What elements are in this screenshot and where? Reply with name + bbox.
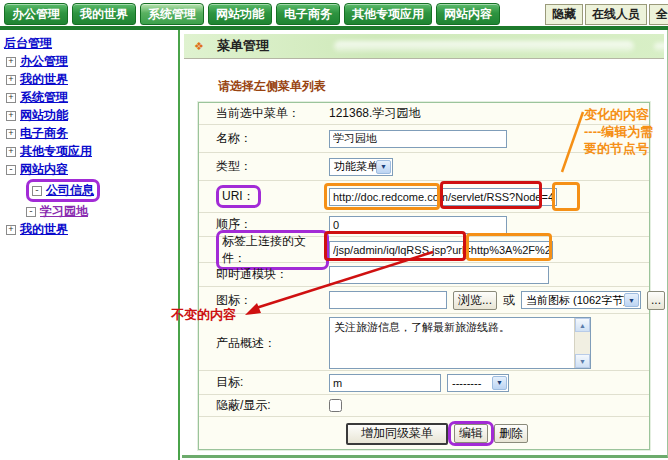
sidebar-root-label[interactable]: 后台管理	[4, 35, 52, 52]
online-users-button[interactable]: 在线人员	[585, 4, 647, 25]
chevron-down-icon[interactable]: ▼	[492, 376, 507, 390]
sidebar-item-site-content[interactable]: - 网站内容	[0, 161, 178, 178]
delete-button[interactable]: 删除	[494, 424, 528, 443]
target-input[interactable]	[329, 374, 441, 392]
more-button[interactable]: ...	[647, 291, 665, 310]
sidebar-item-label[interactable]: 电子商务	[20, 125, 68, 142]
edit-button[interactable]: 编辑	[454, 424, 488, 443]
chevron-down-icon[interactable]: ▼	[376, 160, 391, 174]
selected-menu-label: 当前选中菜单：	[199, 105, 329, 122]
sidebar-item-office[interactable]: + 办公管理	[0, 53, 178, 70]
name-input[interactable]	[329, 130, 507, 148]
target-select[interactable]: -------- ▼	[447, 374, 509, 392]
sidebar-item-my-world-2[interactable]: + 我的世界	[0, 221, 178, 238]
tab-site-content[interactable]: 网站内容	[436, 3, 500, 25]
page-header-bar: ❖ 菜单管理	[184, 34, 664, 59]
tab-office-management[interactable]: 办公管理	[4, 3, 68, 25]
sidebar-item-learning-garden[interactable]: - 学习园地	[0, 203, 178, 220]
row-im-module: 即时通模块：	[199, 263, 649, 287]
row-visibility: 隐蔽/显示:	[199, 395, 649, 417]
expand-plus-icon[interactable]: +	[6, 75, 16, 85]
row-icon: 图标： 浏览... 或 当前图标 (1062字节) ▼ ...	[199, 287, 649, 314]
header-decoration	[334, 41, 634, 52]
tab-my-world[interactable]: 我的世界	[72, 3, 136, 25]
purple-highlight: 标签上连接的文件：	[216, 230, 329, 270]
or-label: 或	[503, 292, 515, 309]
description-textarea[interactable]: 关注旅游信息，了解最新旅游线路。 ▲ ▼	[329, 317, 591, 369]
sidebar-item-site-functions[interactable]: + 网站功能	[0, 107, 178, 124]
collapse-minus-icon[interactable]: -	[26, 207, 36, 217]
expand-plus-icon[interactable]: +	[6, 225, 16, 235]
type-select[interactable]: 功能菜单 ▼	[329, 158, 393, 176]
purple-highlight: - 公司信息	[26, 179, 100, 202]
tag-file-label-cell: 标签上连接的文件：	[199, 230, 329, 270]
scroll-up-icon[interactable]: ▲	[575, 318, 590, 332]
sidebar-item-system[interactable]: + 系统管理	[0, 89, 178, 106]
order-input[interactable]	[329, 216, 507, 234]
scrollbar[interactable]: ▲ ▼	[574, 318, 590, 368]
add-sibling-menu-button[interactable]: 增加同级菜单	[346, 423, 448, 445]
chevron-down-icon[interactable]: ▼	[624, 293, 639, 307]
uri-label: URI：	[222, 188, 255, 205]
tab-ecommerce[interactable]: 电子商务	[276, 3, 340, 25]
sidebar-root[interactable]: 后台管理	[0, 35, 178, 52]
sidebar-item-label[interactable]: 我的世界	[20, 71, 68, 88]
row-tag-file: 标签上连接的文件：	[199, 237, 649, 263]
expand-plus-icon[interactable]: +	[6, 93, 16, 103]
browse-button[interactable]: 浏览...	[453, 291, 497, 310]
sidebar-item-label[interactable]: 我的世界	[20, 221, 68, 238]
annotation-unchanging-content: 不变的内容	[171, 306, 236, 324]
row-target: 目标: -------- ▼	[199, 371, 649, 395]
tag-file-input[interactable]	[329, 241, 553, 259]
expand-plus-icon[interactable]: +	[6, 129, 16, 139]
row-description: 产品概述： 关注旅游信息，了解最新旅游线路。 ▲ ▼	[199, 314, 649, 371]
im-module-input[interactable]	[329, 266, 549, 284]
tab-site-functions[interactable]: 网站功能	[208, 3, 272, 25]
top-right-actions: 隐藏 在线人员 全体人员	[545, 4, 668, 25]
diamond-icon: ❖	[194, 40, 204, 53]
visibility-checkbox[interactable]	[329, 399, 342, 412]
annotation-line: ----编辑为需	[584, 123, 653, 140]
sidebar-item-label[interactable]: 网站内容	[20, 161, 68, 178]
sidebar-item-company-info[interactable]: - 公司信息	[0, 179, 178, 202]
header-decoration	[654, 43, 664, 51]
sidebar-item-label[interactable]: 网站功能	[20, 107, 68, 124]
form-section-title: 请选择左侧菜单列表	[218, 78, 326, 95]
row-name: 名称：	[199, 125, 649, 153]
purple-highlight: URI：	[216, 185, 261, 208]
scroll-down-icon[interactable]: ▼	[575, 354, 590, 368]
sidebar-item-label[interactable]: 公司信息	[46, 182, 94, 199]
sidebar-item-my-world[interactable]: + 我的世界	[0, 71, 178, 88]
current-icon-value: 当前图标 (1062字节)	[522, 293, 624, 308]
all-users-button[interactable]: 全体人员	[649, 4, 668, 25]
expand-plus-icon[interactable]: +	[6, 111, 16, 121]
tab-system-management[interactable]: 系统管理	[140, 3, 204, 25]
sidebar-item-label[interactable]: 办公管理	[20, 53, 68, 70]
expand-plus-icon[interactable]: +	[6, 57, 16, 67]
target-select-value: --------	[448, 377, 492, 389]
top-nav-tabs: 办公管理 我的世界 系统管理 网站功能 电子商务 其他专项应用 网站内容	[4, 3, 500, 26]
selected-menu-value: 121368.学习园地	[329, 105, 420, 122]
hide-button[interactable]: 隐藏	[545, 4, 583, 25]
sidebar-item-other-apps[interactable]: + 其他专项应用	[0, 143, 178, 160]
admin-screen: 办公管理 我的世界 系统管理 网站功能 电子商务 其他专项应用 网站内容 隐藏 …	[0, 0, 668, 460]
row-selected-menu: 当前选中菜单： 121368.学习园地	[199, 103, 649, 125]
collapse-minus-icon[interactable]: -	[6, 165, 16, 175]
uri-input[interactable]	[329, 188, 557, 206]
tab-other-apps[interactable]: 其他专项应用	[344, 3, 432, 25]
annotation-line: 要的节点号	[584, 140, 653, 157]
current-icon-select[interactable]: 当前图标 (1062字节) ▼	[521, 291, 641, 309]
sidebar-item-ecommerce[interactable]: + 电子商务	[0, 125, 178, 142]
sidebar-item-label[interactable]: 学习园地	[40, 203, 88, 220]
icon-file-input[interactable]	[329, 291, 447, 309]
target-label: 目标:	[199, 374, 329, 391]
sidebar-item-label[interactable]: 系统管理	[20, 89, 68, 106]
type-label: 类型：	[199, 158, 329, 175]
purple-highlight: 编辑	[448, 421, 494, 446]
collapse-minus-icon[interactable]: -	[32, 186, 42, 196]
tag-file-label: 标签上连接的文件：	[222, 233, 323, 267]
expand-plus-icon[interactable]: +	[6, 147, 16, 157]
row-uri: URI：	[199, 181, 649, 213]
row-type: 类型： 功能菜单 ▼	[199, 153, 649, 181]
sidebar-item-label[interactable]: 其他专项应用	[20, 143, 92, 160]
